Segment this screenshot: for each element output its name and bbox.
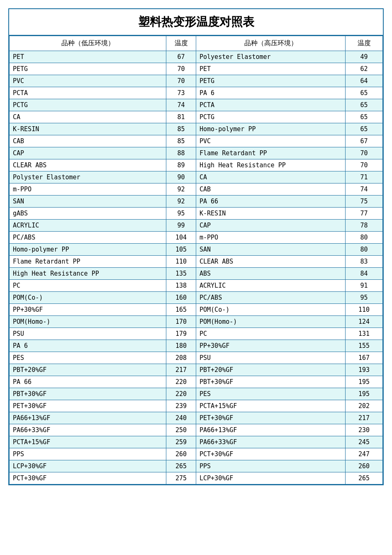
low-name-cell: PPS [10, 448, 166, 460]
table-row: PA66+13%GF240PET+30%GF217 [10, 412, 383, 424]
low-name-cell: PCTA+15%GF [10, 436, 166, 448]
low-name-cell: PC/ABS [10, 232, 166, 244]
table-row: SAN92PA 6675 [10, 196, 383, 208]
table-row: PA 6180PP+30%GF155 [10, 340, 383, 352]
low-name-cell: PA 66 [10, 376, 166, 388]
low-temp-cell: 70 [166, 75, 196, 87]
low-temp-cell: 85 [166, 135, 196, 147]
high-temp-cell: 70 [346, 159, 383, 171]
table-row: m-PPO92CAB74 [10, 183, 383, 196]
high-name-cell: PPS [196, 460, 346, 472]
high-name-cell: LCP+30%GF [196, 472, 346, 484]
high-temp-cell: 202 [346, 400, 383, 412]
table-row: PPS260PCT+30%GF247 [10, 448, 383, 460]
high-name-cell: PETG [196, 75, 346, 87]
high-name-cell: PC/ABS [196, 292, 346, 304]
table-row: PETG70PET62 [10, 63, 383, 75]
low-name-cell: SAN [10, 196, 166, 208]
low-temp-cell: 92 [166, 183, 196, 196]
low-name-cell: POM(Co-) [10, 292, 166, 304]
high-name-cell: PBT+30%GF [196, 376, 346, 388]
high-name-cell: CLEAR ABS [196, 256, 346, 268]
high-temp-cell: 95 [346, 292, 383, 304]
low-temp-cell: 90 [166, 171, 196, 183]
low-temp-cell: 259 [166, 436, 196, 448]
table-row: K-RESIN85Homo-polymer PP65 [10, 123, 383, 135]
table-row: PC138ACRYLIC91 [10, 280, 383, 292]
low-name-cell: PBT+20%GF [10, 364, 166, 376]
data-table: 品种（低压环境） 温度 品种（高压环境） 温度 PET67Polyester E… [9, 36, 383, 484]
low-temp-cell: 73 [166, 87, 196, 99]
table-row: PET67Polyester Elastomer49 [10, 51, 383, 63]
low-temp-cell: 250 [166, 424, 196, 436]
header-high-temp: 温度 [346, 36, 383, 51]
high-temp-cell: 217 [346, 412, 383, 424]
high-temp-cell: 65 [346, 99, 383, 111]
table-row: PP+30%GF165POM(Co-)110 [10, 304, 383, 316]
low-temp-cell: 179 [166, 328, 196, 340]
table-row: PCTA+15%GF259PA66+33%GF245 [10, 436, 383, 448]
high-temp-cell: 49 [346, 51, 383, 63]
low-temp-cell: 99 [166, 220, 196, 232]
high-temp-cell: 77 [346, 208, 383, 220]
high-temp-cell: 260 [346, 460, 383, 472]
low-temp-cell: 105 [166, 244, 196, 256]
high-name-cell: ACRYLIC [196, 280, 346, 292]
high-name-cell: PSU [196, 352, 346, 364]
low-temp-cell: 208 [166, 352, 196, 364]
low-name-cell: PVC [10, 75, 166, 87]
high-name-cell: K-RESIN [196, 208, 346, 220]
high-name-cell: PCTA [196, 99, 346, 111]
low-name-cell: Flame Retardant PP [10, 256, 166, 268]
low-temp-cell: 67 [166, 51, 196, 63]
low-name-cell: High Heat Resistance PP [10, 268, 166, 280]
low-name-cell: PET+30%GF [10, 400, 166, 412]
low-temp-cell: 135 [166, 268, 196, 280]
high-temp-cell: 78 [346, 220, 383, 232]
main-table-wrapper: 塑料热变形温度对照表 品种（低压环境） 温度 品种（高压环境） 温度 PET67… [8, 8, 384, 485]
low-temp-cell: 89 [166, 159, 196, 171]
low-temp-cell: 74 [166, 99, 196, 111]
low-temp-cell: 260 [166, 448, 196, 460]
low-temp-cell: 92 [166, 196, 196, 208]
low-name-cell: K-RESIN [10, 123, 166, 135]
table-row: gABS95K-RESIN77 [10, 208, 383, 220]
high-name-cell: PBT+20%GF [196, 364, 346, 376]
table-body: PET67Polyester Elastomer49PETG70PET62PVC… [10, 51, 383, 484]
low-temp-cell: 220 [166, 376, 196, 388]
low-name-cell: PETG [10, 63, 166, 75]
low-temp-cell: 220 [166, 388, 196, 400]
high-name-cell: PA 66 [196, 196, 346, 208]
table-row: PSU179PC131 [10, 328, 383, 340]
high-name-cell: POM(Homo-) [196, 316, 346, 328]
high-name-cell: PET [196, 63, 346, 75]
high-name-cell: CAB [196, 183, 346, 196]
low-name-cell: PCTA [10, 87, 166, 99]
table-row: PCTG74PCTA65 [10, 99, 383, 111]
low-name-cell: PA66+13%GF [10, 412, 166, 424]
header-high-name: 品种（高压环境） [196, 36, 346, 51]
high-name-cell: PES [196, 388, 346, 400]
low-name-cell: PES [10, 352, 166, 364]
low-temp-cell: 265 [166, 460, 196, 472]
table-row: PC/ABS104m-PPO80 [10, 232, 383, 244]
high-name-cell: Polyester Elastomer [196, 51, 346, 63]
high-temp-cell: 64 [346, 75, 383, 87]
high-name-cell: PVC [196, 135, 346, 147]
high-name-cell: CA [196, 171, 346, 183]
low-name-cell: PCTG [10, 99, 166, 111]
low-name-cell: CA [10, 111, 166, 123]
low-name-cell: PCT+30%GF [10, 472, 166, 484]
high-temp-cell: 70 [346, 147, 383, 159]
low-name-cell: PBT+30%GF [10, 388, 166, 400]
low-temp-cell: 88 [166, 147, 196, 159]
table-row: POM(Co-)160PC/ABS95 [10, 292, 383, 304]
high-name-cell: POM(Co-) [196, 304, 346, 316]
table-row: PA66+33%GF250PA66+13%GF230 [10, 424, 383, 436]
high-temp-cell: 193 [346, 364, 383, 376]
high-temp-cell: 74 [346, 183, 383, 196]
low-name-cell: ACRYLIC [10, 220, 166, 232]
high-temp-cell: 84 [346, 268, 383, 280]
low-name-cell: PA 6 [10, 340, 166, 352]
high-temp-cell: 83 [346, 256, 383, 268]
